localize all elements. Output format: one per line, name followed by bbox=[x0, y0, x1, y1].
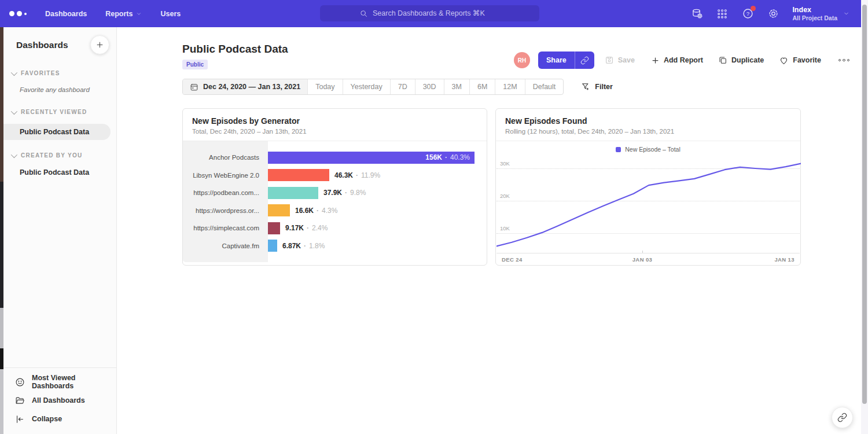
nav-left: Dashboards Reports Users bbox=[9, 0, 181, 27]
card-header: New Episodes by Generator Total, Dec 24t… bbox=[183, 109, 487, 141]
date-range-picker[interactable]: Dec 24, 2020 — Jan 13, 2021 bbox=[183, 79, 307, 94]
avatar[interactable]: RH bbox=[514, 52, 530, 68]
nav-item-dashboards[interactable]: Dashboards bbox=[45, 10, 87, 18]
chevron-down-icon bbox=[843, 10, 849, 17]
preset-30d[interactable]: 30D bbox=[415, 79, 444, 94]
bar[interactable] bbox=[268, 240, 277, 252]
nav-right: ? Index All Project Data bbox=[690, 0, 849, 27]
bar-row[interactable]: Captivate.fm 6.87K·1.8% bbox=[183, 237, 487, 255]
app-window: Dashboards Reports Users ? bbox=[0, 0, 868, 434]
floating-share-link-button[interactable] bbox=[832, 407, 853, 428]
x-axis-tick bbox=[642, 251, 643, 253]
project-scope: All Project Data bbox=[792, 14, 837, 22]
filter-button[interactable]: Filter bbox=[581, 82, 613, 91]
funnel-plus-icon bbox=[581, 82, 590, 91]
scrollbar-thumb[interactable] bbox=[862, 5, 867, 404]
favorite-button[interactable]: Favorite bbox=[779, 56, 821, 65]
project-name: Index bbox=[792, 6, 837, 14]
legend-label: New Episode – Total bbox=[625, 146, 681, 153]
save-button[interactable]: Save bbox=[605, 56, 635, 65]
app-logo-icon[interactable] bbox=[9, 11, 27, 16]
visibility-badge: Public bbox=[182, 60, 208, 69]
bar-chart: Anchor Podcasts 156K·40.3% Libsyn WebEng… bbox=[183, 141, 487, 263]
bar[interactable]: 156K·40.3% bbox=[268, 152, 475, 164]
more-options-button[interactable] bbox=[836, 57, 852, 64]
card-subtitle: Total, Dec 24th, 2020 – Jan 13th, 2021 bbox=[192, 128, 477, 135]
sidebar-item-public-podcast-data[interactable]: Public Podcast Data bbox=[3, 124, 111, 140]
favorites-empty-note: Favorite any dashboard bbox=[3, 86, 116, 93]
data-management-icon[interactable] bbox=[690, 8, 703, 20]
bar-row[interactable]: https://simplecast.com 9.17K·2.4% bbox=[183, 219, 487, 237]
preset-12m[interactable]: 12M bbox=[495, 79, 524, 94]
legend-swatch bbox=[616, 147, 621, 152]
collapse-icon bbox=[15, 414, 25, 424]
add-dashboard-button[interactable] bbox=[90, 35, 109, 54]
card-title: New Episodes Found bbox=[505, 116, 791, 126]
heart-icon bbox=[779, 56, 789, 65]
folder-icon bbox=[15, 396, 25, 406]
report-card-new-episodes-found[interactable]: New Episodes Found Rolling (12 hours), t… bbox=[495, 108, 801, 266]
nav-item-reports[interactable]: Reports bbox=[105, 10, 142, 18]
preset-6m[interactable]: 6M bbox=[469, 79, 495, 94]
plus-icon bbox=[651, 56, 660, 65]
preset-yesterday[interactable]: Yesterday bbox=[343, 79, 390, 94]
line-chart[interactable]: 30K 20K 10K bbox=[496, 156, 800, 253]
sidebar: Dashboards FAVORITES Favorite any dashbo… bbox=[3, 27, 117, 434]
page-scrollbar bbox=[861, 0, 868, 434]
top-nav: Dashboards Reports Users ? bbox=[0, 0, 861, 27]
bar-row[interactable]: Anchor Podcasts 156K·40.3% bbox=[183, 149, 487, 167]
project-switcher[interactable]: Index All Project Data bbox=[792, 6, 849, 22]
preset-default[interactable]: Default bbox=[525, 79, 564, 94]
duplicate-icon bbox=[718, 56, 727, 65]
global-search[interactable] bbox=[320, 5, 539, 21]
most-viewed-dashboards-button[interactable]: Most Viewed Dashboards bbox=[3, 373, 116, 391]
sidebar-item-public-podcast-data[interactable]: Public Podcast Data bbox=[3, 168, 116, 176]
help-icon[interactable]: ? bbox=[741, 8, 754, 20]
bar[interactable] bbox=[268, 204, 290, 216]
link-icon bbox=[837, 413, 847, 422]
preset-7d[interactable]: 7D bbox=[390, 79, 415, 94]
bar[interactable] bbox=[268, 187, 318, 199]
bar-row[interactable]: Libsyn WebEngine 2.0 46.3K·11.9% bbox=[183, 167, 487, 185]
report-card-new-episodes-by-generator[interactable]: New Episodes by Generator Total, Dec 24t… bbox=[182, 108, 487, 266]
nav-item-users[interactable]: Users bbox=[160, 10, 181, 18]
bar[interactable] bbox=[268, 169, 329, 181]
collapse-sidebar-button[interactable]: Collapse bbox=[3, 410, 116, 428]
bar-row[interactable]: https://podbean.com... 37.9K·9.8% bbox=[183, 184, 487, 202]
bar[interactable] bbox=[268, 222, 280, 234]
save-icon bbox=[605, 56, 614, 65]
duplicate-button[interactable]: Duplicate bbox=[718, 56, 764, 65]
x-axis-label: JAN 03 bbox=[632, 256, 653, 263]
chevron-down-icon bbox=[136, 11, 142, 17]
sidebar-section-favorites[interactable]: FAVORITES bbox=[3, 70, 116, 76]
notification-badge bbox=[751, 6, 756, 11]
sidebar-title: Dashboards bbox=[16, 40, 68, 50]
svg-text:?: ? bbox=[746, 10, 749, 17]
share-button-group: Share bbox=[538, 52, 594, 69]
chevron-down-icon bbox=[11, 151, 17, 157]
add-report-button[interactable]: Add Report bbox=[651, 56, 703, 65]
card-title: New Episodes by Generator bbox=[192, 116, 477, 126]
apps-grid-icon[interactable] bbox=[716, 8, 729, 20]
share-button[interactable]: Share bbox=[538, 52, 575, 69]
sidebar-section-recently-viewed[interactable]: RECENTLY VIEWED bbox=[3, 109, 116, 115]
search-input[interactable] bbox=[373, 9, 500, 17]
calendar-icon bbox=[190, 83, 198, 91]
sidebar-footer: Most Viewed Dashboards All Dashboards Co… bbox=[3, 367, 116, 434]
chart-legend: New Episode – Total bbox=[496, 142, 800, 156]
date-range-group: Dec 24, 2020 — Jan 13, 2021 Today Yester… bbox=[182, 79, 564, 95]
chevron-down-icon bbox=[11, 69, 17, 75]
page-title: Public Podcast Data bbox=[182, 43, 288, 56]
preset-today[interactable]: Today bbox=[307, 79, 342, 94]
card-header: New Episodes Found Rolling (12 hours), t… bbox=[496, 109, 800, 141]
sidebar-section-created-by-you[interactable]: CREATED BY YOU bbox=[3, 152, 116, 159]
dashboard-actions: RH Share Save Add Report Duplicate Favor… bbox=[514, 51, 852, 69]
bar-row[interactable]: https://wordpress.or... 16.6K·4.3% bbox=[183, 202, 487, 220]
settings-gear-icon[interactable] bbox=[767, 8, 779, 20]
all-dashboards-button[interactable]: All Dashboards bbox=[3, 391, 116, 410]
copy-link-button[interactable] bbox=[575, 52, 594, 69]
x-axis-label: JAN 13 bbox=[774, 256, 795, 263]
preset-3m[interactable]: 3M bbox=[444, 79, 469, 94]
smiley-icon bbox=[15, 377, 25, 387]
link-icon bbox=[580, 56, 589, 65]
